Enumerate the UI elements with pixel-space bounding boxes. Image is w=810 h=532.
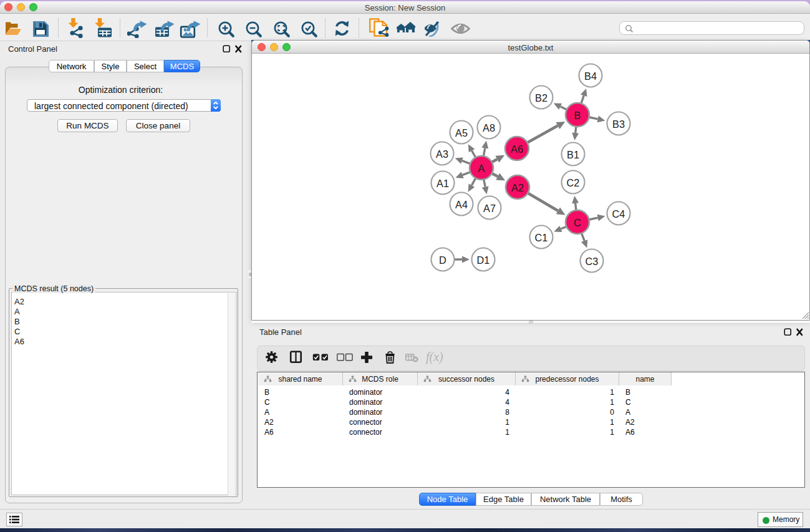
svg-text:A8: A8 (483, 122, 495, 133)
svg-text:A7: A7 (483, 203, 496, 214)
svg-text:A: A (478, 163, 485, 174)
svg-text:C4: C4 (612, 208, 625, 220)
svg-text:B: B (574, 110, 581, 121)
svg-text:B3: B3 (612, 118, 625, 130)
svg-text:C: C (574, 217, 581, 228)
svg-text:A4: A4 (455, 199, 468, 210)
svg-text:B2: B2 (535, 92, 547, 104)
svg-text:A3: A3 (436, 148, 448, 160)
svg-text:A6: A6 (511, 143, 523, 155)
svg-text:A2: A2 (511, 182, 524, 193)
svg-text:B1: B1 (567, 149, 579, 160)
svg-text:D1: D1 (477, 254, 490, 266)
svg-text:A5: A5 (455, 127, 468, 138)
svg-text:B4: B4 (584, 70, 597, 82)
svg-text:C1: C1 (535, 232, 548, 243)
svg-text:C2: C2 (567, 177, 580, 188)
svg-text:D: D (439, 254, 446, 266)
svg-text:C3: C3 (586, 256, 599, 267)
svg-text:A1: A1 (436, 178, 449, 189)
